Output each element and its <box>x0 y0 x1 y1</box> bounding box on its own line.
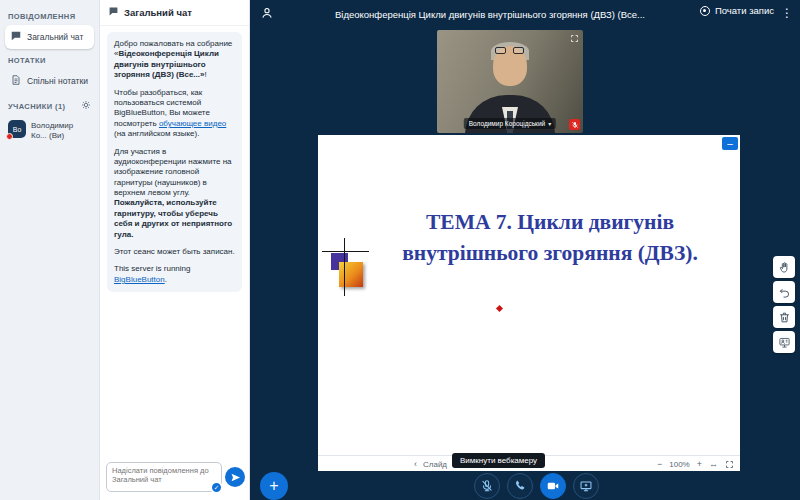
chat-panel: Загальний чат Добро пожаловать на собран… <box>100 0 250 500</box>
participants-header-label: УЧАСНИКИ (1) <box>8 102 65 111</box>
participants-header: УЧАСНИКИ (1) <box>8 100 91 112</box>
previous-slide-button[interactable]: ‹ <box>414 460 417 469</box>
notes-icon <box>10 74 22 88</box>
minimize-presentation-button[interactable]: – <box>722 137 738 150</box>
user-icon[interactable] <box>260 6 274 24</box>
muted-indicator <box>6 133 13 140</box>
avatar-initials: Во <box>13 126 22 133</box>
notes-header-label: НОТАТКИ <box>8 56 46 65</box>
bigbluebutton-app: ПОВІДОМЛЕННЯ Загальний чат НОТАТКИ Спіль… <box>0 0 800 500</box>
chevron-down-icon: ▾ <box>548 120 551 127</box>
leave-audio-button[interactable] <box>507 473 533 499</box>
meeting-title: Відеоконференція Цикли двигунів внутрішн… <box>310 9 670 20</box>
check-badge: ✓ <box>210 481 223 494</box>
avatar: Во <box>8 120 26 138</box>
slide-canvas[interactable]: ТЕМА 7. Цикли двигунів внутрішнього згор… <box>318 135 740 455</box>
chat-title: Загальний чат <box>124 7 192 18</box>
zoom-out-button[interactable]: − <box>657 460 662 469</box>
trash-icon <box>778 311 791 324</box>
send-message-button[interactable] <box>225 467 245 487</box>
webcam-icon <box>546 479 560 493</box>
chat-header: Загальний чат <box>100 0 249 26</box>
phone-icon <box>513 479 527 493</box>
hand-icon <box>778 261 791 274</box>
message-input[interactable] <box>106 462 222 492</box>
record-icon <box>700 6 710 16</box>
welcome-paragraph: Чтобы разобраться, как пользоваться сист… <box>114 88 235 140</box>
sidebar: ПОВІДОМЛЕННЯ Загальний чат НОТАТКИ Спіль… <box>0 0 100 500</box>
gear-icon[interactable] <box>81 100 91 112</box>
record-notice: Этот сеанс может быть записан. <box>114 247 235 257</box>
options-menu-icon[interactable]: ⋮ <box>781 6 793 20</box>
screenshare-icon <box>579 479 593 493</box>
undo-icon <box>778 286 791 299</box>
participant-row[interactable]: Во Володимир Ко... (Ви) <box>5 116 94 145</box>
sidebar-item-public-chat[interactable]: Загальний чат <box>5 25 94 49</box>
mic-muted-icon <box>480 479 494 493</box>
unmute-mic-button[interactable] <box>474 473 500 499</box>
record-label: Почати запис <box>715 5 774 16</box>
zoom-level: 100% <box>669 460 689 469</box>
presentation: – ТЕМА 7. Цикли двигунів внутрішнього зг… <box>318 135 740 471</box>
slide-title: ТЕМА 7. Цикли двигунів внутрішнього згор… <box>318 207 740 269</box>
slide-title-line1: ТЕМА 7. Цикли двигунів <box>360 207 740 238</box>
chat-icon <box>108 6 119 19</box>
annotation-red-dot <box>496 305 503 312</box>
notes-header: НОТАТКИ <box>8 56 91 65</box>
welcome-text: ! <box>204 70 206 79</box>
slide-title-line2: внутрішнього згоряння (ДВЗ). <box>360 238 740 269</box>
messages-header: ПОВІДОМЛЕННЯ <box>8 12 91 21</box>
slide-decor-hline <box>322 251 369 252</box>
zoom-controls: − 100% + ↔ <box>657 456 734 472</box>
fullscreen-icon[interactable] <box>570 34 579 43</box>
screenshare-button[interactable] <box>573 473 599 499</box>
clear-annotations-button[interactable] <box>773 306 795 328</box>
tutorial-video-link[interactable]: обучающее видео <box>159 119 226 128</box>
participant-name: Володимир Ко... (Ви) <box>31 120 91 141</box>
webcam-video[interactable]: Володимир Короцідський ▾ <box>437 30 583 133</box>
tooltip: Вимкнути вебкамеру <box>452 453 545 468</box>
action-bar <box>474 473 599 499</box>
slide-navigation: ‹ Слайд › <box>414 456 456 472</box>
actions-button[interactable]: + <box>260 472 288 500</box>
chat-messages: Добро пожаловать на собрание «Відеоконфе… <box>107 32 242 452</box>
slide-decor-vline <box>344 238 345 296</box>
webcam-user-name: Володимир Короцідський <box>469 120 545 127</box>
messages-header-label: ПОВІДОМЛЕННЯ <box>8 12 75 21</box>
multi-user-whiteboard-icon <box>778 336 791 349</box>
undo-button[interactable] <box>773 281 795 303</box>
zoom-in-button[interactable]: + <box>697 460 702 469</box>
top-bar: Відеоконференція Цикли двигунів внутрішн… <box>250 0 800 28</box>
multi-user-whiteboard-button[interactable] <box>773 331 795 353</box>
main-area: Відеоконференція Цикли двигунів внутрішн… <box>250 0 800 500</box>
shared-notes-label: Спільні нотатки <box>27 76 88 86</box>
sidebar-item-shared-notes[interactable]: Спільні нотатки <box>5 69 94 93</box>
start-recording-button[interactable]: Почати запис <box>700 5 774 16</box>
welcome-paragraph: This server is running BigBlueButton. <box>114 264 235 285</box>
welcome-message: Добро пожаловать на собрание «Відеоконфе… <box>107 32 242 292</box>
chat-footer: ✓ <box>106 461 245 493</box>
welcome-paragraph: Добро пожаловать на собрание «Відеоконфе… <box>114 39 235 81</box>
fullscreen-button[interactable] <box>725 460 734 469</box>
send-icon <box>230 472 241 483</box>
welcome-text: (на английском языке). <box>114 129 199 138</box>
public-chat-label: Загальний чат <box>27 32 83 42</box>
whiteboard-toolbar <box>773 256 797 353</box>
muted-mic-icon <box>569 119 580 130</box>
fit-width-button[interactable]: ↔ <box>709 460 718 469</box>
hand-tool-button[interactable] <box>773 256 795 278</box>
welcome-text: . <box>165 275 167 284</box>
headset-note-bold: Пожалуйста, используйте гарнитуру, чтобы… <box>114 198 232 238</box>
person-glasses <box>513 47 524 54</box>
webcam-button[interactable] <box>540 473 566 499</box>
bigbluebutton-link[interactable]: BigBlueButton <box>114 275 165 284</box>
chat-icon <box>10 30 22 44</box>
webcam-name-tag[interactable]: Володимир Короцідський ▾ <box>464 118 556 129</box>
person-glasses <box>495 47 506 54</box>
welcome-paragraph: Для участия в аудиоконференции нажмите н… <box>114 147 235 241</box>
welcome-text: Для участия в аудиоконференции нажмите н… <box>114 147 232 198</box>
slide-number-label[interactable]: Слайд <box>423 460 447 469</box>
welcome-text: This server is running <box>114 264 190 273</box>
slide-decor-gold-square <box>339 262 363 287</box>
